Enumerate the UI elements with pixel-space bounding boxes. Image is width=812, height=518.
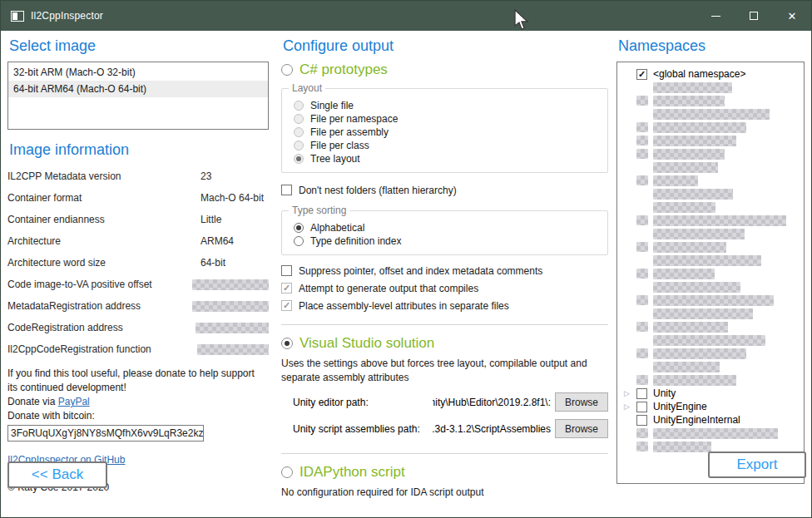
namespace-item-redacted[interactable] (617, 427, 804, 440)
layout-option[interactable]: Single file (294, 99, 601, 112)
layout-option[interactable]: File per namespace (294, 112, 601, 126)
namespace-checkbox[interactable] (636, 402, 647, 412)
app-window: Il2CppInspector ✕ Select image 32-bit AR… (0, 0, 812, 518)
back-button[interactable]: << Back (7, 461, 107, 488)
namespace-checkbox[interactable] (636, 69, 647, 80)
namespace-item-redacted[interactable] (617, 347, 804, 360)
namespace-item-redacted[interactable] (617, 214, 804, 227)
namespace-item-redacted[interactable] (617, 333, 804, 347)
namespace-item-redacted[interactable] (617, 94, 804, 107)
layout-option[interactable]: File per assembly (294, 126, 601, 139)
output-option-checkbox[interactable]: Suppress pointer, offset and index metad… (281, 264, 608, 278)
output-option-checkbox[interactable]: Place assembly-level attributes in separ… (281, 298, 608, 313)
namespace-item-redacted[interactable] (617, 280, 804, 294)
layout-option-label: Single file (310, 100, 354, 111)
redacted-checkbox (636, 96, 648, 106)
namespace-item[interactable]: ▷UnityEngine (617, 400, 804, 413)
namespace-item-redacted[interactable] (617, 267, 804, 280)
flatten-hierarchy-checkbox[interactable]: Don't nest folders (flatten hierarchy) (281, 183, 608, 197)
app-icon (11, 11, 24, 22)
namespace-checkbox[interactable] (636, 388, 647, 399)
namespace-item-redacted[interactable] (617, 121, 804, 134)
namespace-item-redacted[interactable] (617, 147, 804, 160)
namespace-item-redacted[interactable] (617, 307, 804, 320)
namespace-item-redacted[interactable] (617, 360, 804, 373)
expander-icon[interactable]: ▷ (624, 402, 636, 411)
layout-option-label: File per assembly (310, 126, 389, 138)
redacted-namespace-name (653, 215, 786, 226)
redacted-value (192, 301, 269, 312)
unity-script-path-label: Unity script assemblies path: (293, 423, 433, 435)
redacted-namespace-name (653, 362, 720, 372)
export-button[interactable]: Export (708, 451, 806, 478)
redacted-checkbox (636, 149, 648, 159)
separator (281, 453, 608, 454)
info-label: IL2CPP Metadata version (7, 170, 201, 182)
vs-description: Uses the settings above but forces tree … (281, 357, 606, 385)
layout-option[interactable]: File per class (294, 139, 601, 152)
namespace-item-redacted[interactable] (617, 200, 804, 214)
redacted-namespace-name (653, 136, 736, 146)
minimize-button[interactable] (696, 1, 735, 31)
checkbox-box (281, 265, 292, 276)
idapython-script-radio[interactable]: IDAPython script (281, 464, 608, 481)
namespace-item-redacted[interactable] (617, 294, 804, 307)
info-label: MetadataRegistration address (7, 300, 192, 312)
checkbox-label: Place assembly-level attributes in separ… (299, 300, 509, 312)
type-sorting-option[interactable]: Alphabetical (294, 221, 601, 234)
output-option-checkbox[interactable]: Attempt to generate output that compiles (281, 281, 608, 295)
namespace-item-redacted[interactable] (617, 160, 804, 174)
namespaces-tree[interactable]: <global namespace>▷Unity▷UnityEngineUnit… (616, 62, 805, 484)
namespace-item-redacted[interactable] (617, 254, 804, 267)
namespace-item-redacted[interactable] (617, 320, 804, 333)
info-label: Code image-to-VA positive offset (7, 279, 192, 290)
type-sorting-radio-circle (294, 236, 304, 246)
minimize-icon (711, 16, 720, 17)
namespace-item-redacted[interactable] (617, 174, 804, 187)
redacted-namespace-name (653, 282, 740, 293)
namespace-item[interactable]: UnityEngineInternal (617, 413, 804, 427)
redacted-checkbox (636, 442, 648, 451)
image-listbox[interactable]: 32-bit ARM (Mach-O 32-bit)64-bit ARM64 (… (7, 62, 269, 130)
redacted-checkbox (636, 428, 648, 438)
redacted-checkbox (636, 136, 648, 146)
info-value: Little (201, 214, 221, 225)
redacted-namespace-name (653, 375, 736, 386)
namespace-item-redacted[interactable] (617, 227, 804, 240)
namespace-item-redacted[interactable] (617, 107, 804, 121)
namespace-item-redacted[interactable] (617, 240, 804, 254)
namespace-item-redacted[interactable] (617, 373, 804, 387)
layout-option-label: File per namespace (310, 113, 398, 125)
paypal-link[interactable]: PayPal (58, 396, 90, 407)
unity-script-browse-button[interactable]: Browse (555, 419, 608, 438)
image-list-item[interactable]: 64-bit ARM64 (Mach-O 64-bit) (8, 81, 268, 97)
image-list-item[interactable]: 32-bit ARM (Mach-O 32-bit) (8, 64, 268, 81)
bitcoin-address-input[interactable]: 3FoRUqUXgYj8NY8sMQfhX6vv9LqR3e2kzz (7, 425, 204, 442)
redacted-namespace-name (653, 229, 745, 239)
expander-icon[interactable]: ▷ (624, 389, 636, 397)
donate-via-prefix: Donate via (7, 396, 58, 407)
namespace-item[interactable]: <global namespace> (617, 67, 804, 81)
namespace-checkbox[interactable] (636, 415, 647, 426)
info-label: Container endianness (7, 214, 201, 225)
namespace-item-redacted[interactable] (617, 81, 804, 94)
close-button[interactable]: ✕ (773, 1, 811, 31)
namespace-item-redacted[interactable] (617, 187, 804, 200)
layout-radio-circle (294, 127, 304, 137)
maximize-button[interactable] (735, 1, 773, 31)
image-info-row: Code image-to-VA positive offset (7, 274, 269, 295)
namespace-item-redacted[interactable] (617, 134, 804, 147)
type-sorting-option[interactable]: Type definition index (294, 234, 601, 248)
csharp-radio-circle (281, 64, 293, 76)
image-info-row: ArchitectureARM64 (7, 230, 269, 252)
layout-option-label: Tree layout (310, 153, 360, 165)
info-value: ARM64 (201, 235, 234, 247)
unity-editor-browse-button[interactable]: Browse (555, 392, 608, 412)
layout-option[interactable]: Tree layout (294, 152, 601, 165)
namespace-item[interactable]: ▷Unity (617, 387, 804, 400)
csharp-prototypes-radio[interactable]: C# prototypes (281, 62, 608, 78)
redacted-checkbox (636, 175, 648, 185)
redacted-checkbox (636, 375, 648, 385)
info-label: Il2CppCodeRegistration function (7, 343, 197, 355)
visual-studio-solution-radio[interactable]: Visual Studio solution (281, 335, 608, 352)
